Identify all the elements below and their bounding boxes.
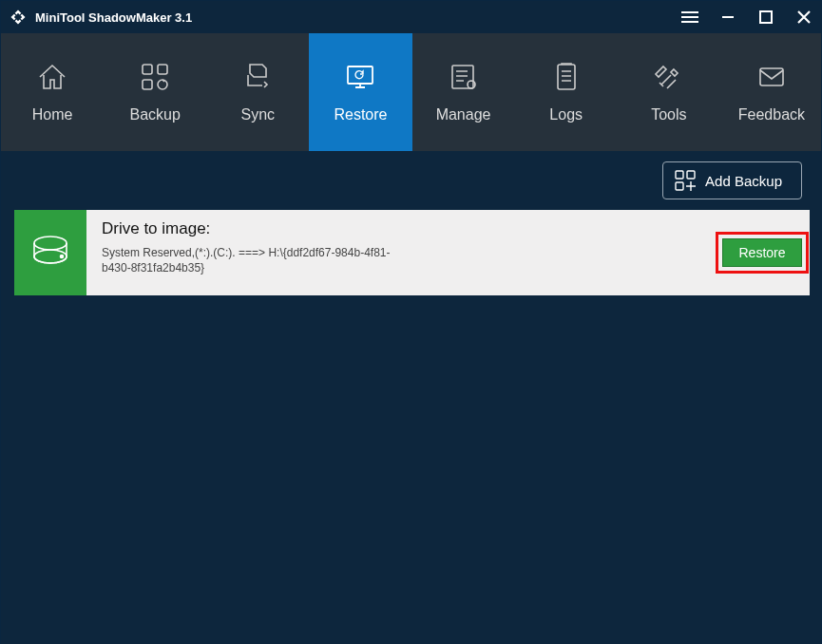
svg-rect-0 xyxy=(760,11,772,23)
add-backup-button[interactable]: Add Backup xyxy=(662,161,802,199)
titlebar: MiniTool ShadowMaker 3.1 xyxy=(1,1,822,33)
svg-rect-1 xyxy=(143,65,152,74)
svg-rect-8 xyxy=(760,68,783,85)
nav-restore[interactable]: Restore xyxy=(309,33,411,151)
restore-button-label: Restore xyxy=(738,245,785,260)
svg-rect-7 xyxy=(558,65,575,89)
card-detail: System Reserved,(*:).(C:). ===> H:\{ddf2… xyxy=(102,246,415,275)
feedback-icon xyxy=(755,61,788,93)
nav-tools-label: Tools xyxy=(651,106,686,123)
nav-feedback[interactable]: Feedback xyxy=(720,33,822,151)
nav-tools[interactable]: Tools xyxy=(618,33,720,151)
manage-icon xyxy=(448,61,480,93)
content-area: Drive to image: System Reserved,(*:).(C:… xyxy=(1,210,822,644)
add-backup-label: Add Backup xyxy=(705,173,782,189)
nav-manage[interactable]: Manage xyxy=(412,33,515,151)
svg-rect-10 xyxy=(687,171,695,179)
menu-button[interactable] xyxy=(671,1,709,33)
svg-point-12 xyxy=(34,237,67,250)
minimize-button[interactable] xyxy=(709,1,747,33)
nav-manage-label: Manage xyxy=(436,106,491,123)
restore-button-highlight: Restore xyxy=(716,232,808,274)
maximize-button[interactable] xyxy=(747,1,785,33)
toolbar: Add Backup xyxy=(1,151,822,210)
svg-rect-2 xyxy=(158,65,167,74)
backup-icon xyxy=(139,61,171,93)
svg-rect-5 xyxy=(452,66,473,88)
window-title: MiniTool ShadowMaker 3.1 xyxy=(35,10,192,25)
svg-rect-9 xyxy=(676,171,683,179)
backup-card: Drive to image: System Reserved,(*:).(C:… xyxy=(14,210,810,295)
nav-sync-label: Sync xyxy=(241,106,276,123)
tools-icon xyxy=(653,61,685,93)
svg-point-14 xyxy=(61,256,64,258)
restore-button[interactable]: Restore xyxy=(722,238,801,267)
svg-rect-3 xyxy=(143,80,152,89)
card-info: Drive to image: System Reserved,(*:).(C:… xyxy=(86,210,715,295)
home-icon xyxy=(36,61,68,93)
nav-backup-label: Backup xyxy=(130,106,181,123)
card-title: Drive to image: xyxy=(102,219,699,238)
add-backup-icon xyxy=(675,170,696,191)
nav-logs[interactable]: Logs xyxy=(515,33,618,151)
close-button[interactable] xyxy=(785,1,822,33)
svg-rect-11 xyxy=(676,182,683,190)
logs-icon xyxy=(550,61,583,93)
nav-home-label: Home xyxy=(32,106,73,123)
nav-feedback-label: Feedback xyxy=(738,106,805,123)
nav-restore-label: Restore xyxy=(334,106,387,123)
nav-backup[interactable]: Backup xyxy=(104,33,206,151)
nav-sync[interactable]: Sync xyxy=(206,33,309,151)
sync-icon xyxy=(241,61,274,93)
drive-icon xyxy=(29,230,71,275)
main-nav: Home Backup Sync Restore Manage Logs Too… xyxy=(1,33,822,151)
app-logo-icon xyxy=(9,8,28,27)
nav-logs-label: Logs xyxy=(549,106,583,123)
svg-rect-4 xyxy=(348,66,373,84)
card-drive-icon-area xyxy=(14,210,86,295)
card-actions: Restore xyxy=(715,210,810,295)
restore-icon xyxy=(344,61,376,93)
nav-home[interactable]: Home xyxy=(1,33,104,151)
